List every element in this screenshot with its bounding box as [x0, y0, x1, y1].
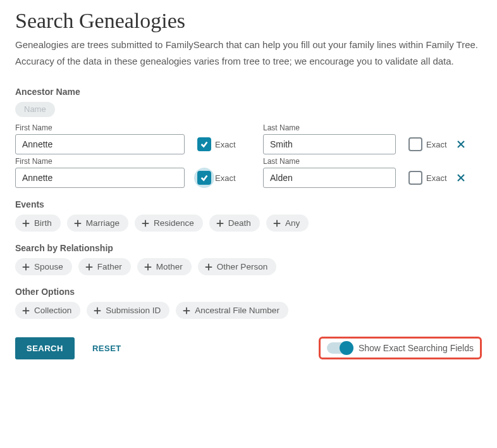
exact-label: Exact [215, 173, 236, 183]
chip-birth[interactable]: Birth [15, 215, 61, 232]
chip-residence[interactable]: Residence [135, 215, 203, 232]
reset-button[interactable]: RESET [89, 343, 125, 354]
plus-icon [144, 263, 152, 271]
plus-icon [141, 219, 150, 228]
chip-father[interactable]: Father [78, 258, 131, 275]
chip-label: Death [228, 218, 251, 228]
other-options-section-label: Other Options [15, 287, 482, 297]
first-name-label: First Name [15, 123, 185, 132]
first-name-input[interactable] [15, 134, 185, 154]
chip-label: Collection [34, 306, 71, 315]
chip-submission-id[interactable]: Submission ID [87, 302, 169, 319]
chip-label: Marriage [86, 218, 120, 228]
plus-icon [182, 306, 191, 315]
chip-any[interactable]: Any [266, 215, 309, 232]
plus-icon [73, 219, 82, 228]
exact-searching-toggle-highlight: Show Exact Searching Fields [319, 337, 482, 359]
chip-death[interactable]: Death [209, 215, 260, 232]
other-options-chip-row: CollectionSubmission IDAncestral File Nu… [15, 302, 482, 319]
name-chip: Name [15, 102, 55, 117]
close-icon [456, 139, 466, 149]
search-button[interactable]: SEARCH [15, 337, 75, 359]
events-section-label: Events [15, 199, 482, 209]
close-icon [456, 173, 466, 183]
show-exact-searching-toggle[interactable] [327, 342, 352, 354]
chip-label: Submission ID [106, 306, 161, 315]
remove-row-button[interactable] [453, 170, 469, 186]
chip-mother[interactable]: Mother [137, 258, 192, 275]
plus-icon [216, 219, 224, 228]
last-name-input[interactable] [263, 134, 396, 154]
chip-label: Ancestral File Number [195, 306, 279, 315]
first-name-exact-checkbox[interactable] [197, 171, 211, 185]
relationship-section-label: Search by Relationship [15, 243, 482, 253]
chip-label: Spouse [34, 262, 63, 271]
plus-icon [21, 306, 30, 315]
last-name-input[interactable] [263, 168, 396, 188]
chip-label: Any [285, 218, 300, 228]
ancestor-row: First Name Exact Last Name Exact [15, 123, 482, 154]
exact-label: Exact [215, 140, 236, 149]
chip-label: Other Person [217, 262, 267, 271]
page-description: Genealogies are trees submitted to Famil… [15, 37, 482, 69]
ancestor-row: First Name Exact Last Name Exact [15, 157, 482, 188]
chip-other-person[interactable]: Other Person [198, 258, 276, 275]
plus-icon [204, 263, 213, 271]
chip-label: Father [97, 262, 122, 271]
chip-spouse[interactable]: Spouse [15, 258, 72, 275]
last-name-exact-checkbox[interactable] [408, 137, 422, 151]
first-name-exact-checkbox[interactable] [197, 137, 211, 151]
last-name-label: Last Name [263, 123, 396, 132]
exact-label: Exact [426, 173, 447, 183]
chip-label: Residence [154, 218, 194, 228]
chip-marriage[interactable]: Marriage [67, 215, 128, 232]
last-name-label: Last Name [263, 157, 396, 166]
toggle-label: Show Exact Searching Fields [359, 343, 474, 353]
page-title: Search Genealogies [15, 9, 482, 33]
chip-ancestral-file-number[interactable]: Ancestral File Number [176, 302, 288, 319]
relationship-chip-row: SpouseFatherMotherOther Person [15, 258, 482, 275]
remove-row-button[interactable] [453, 136, 469, 152]
plus-icon [273, 219, 281, 228]
ancestor-section-label: Ancestor Name [15, 87, 482, 97]
chip-label: Birth [34, 218, 52, 228]
plus-icon [21, 219, 30, 228]
plus-icon [21, 263, 30, 271]
plus-icon [93, 306, 102, 315]
plus-icon [85, 263, 94, 271]
footer-row: SEARCH RESET Show Exact Searching Fields [15, 337, 482, 359]
last-name-exact-checkbox[interactable] [408, 171, 422, 185]
exact-label: Exact [426, 140, 447, 149]
chip-collection[interactable]: Collection [15, 302, 80, 319]
chip-label: Mother [156, 262, 183, 271]
toggle-knob [340, 341, 353, 355]
first-name-input[interactable] [15, 168, 185, 188]
first-name-label: First Name [15, 157, 185, 166]
events-chip-row: BirthMarriageResidenceDeathAny [15, 215, 482, 232]
